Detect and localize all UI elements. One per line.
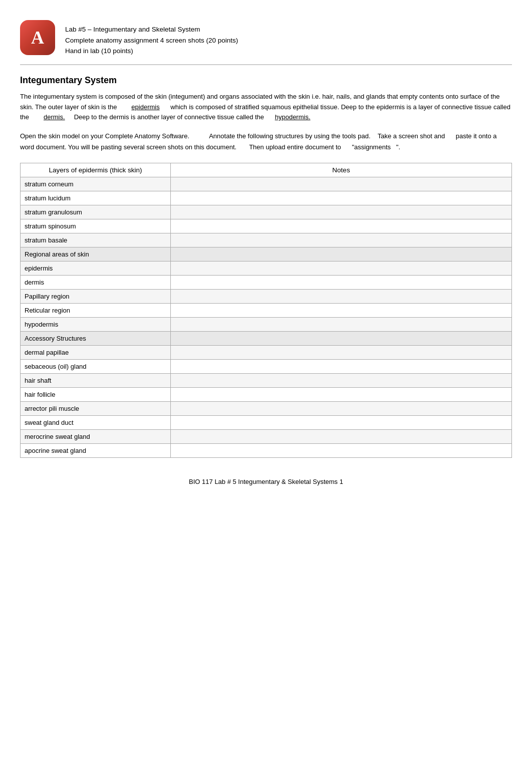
- table-row: apocrine sweat gland: [21, 444, 512, 458]
- table-row: sebaceous (oil) gland: [21, 360, 512, 374]
- table-cell-term: stratum corneum: [21, 177, 171, 191]
- table-row: Papillary region: [21, 290, 512, 304]
- table-cell-term: stratum spinosum: [21, 219, 171, 233]
- table-cell-term: stratum lucidum: [21, 191, 171, 205]
- table-cell-term: merocrine sweat gland: [21, 430, 171, 444]
- table-cell-notes: [171, 332, 512, 346]
- highlight-hypodermis: hypodermis.: [275, 113, 311, 121]
- table-cell-notes: [171, 374, 512, 388]
- table-cell-notes: [171, 276, 512, 290]
- table-cell-term: arrector pili muscle: [21, 402, 171, 416]
- table-cell-notes: [171, 360, 512, 374]
- table-cell-notes: [171, 388, 512, 402]
- table-cell-term: Reticular region: [21, 304, 171, 318]
- col-header-notes: Notes: [171, 163, 512, 177]
- table-cell-notes: [171, 177, 512, 191]
- table-cell-notes: [171, 430, 512, 444]
- header-line-1: Lab #5 – Integumentary and Skeletal Syst…: [65, 24, 238, 35]
- table-row: hypodermis: [21, 318, 512, 332]
- icon-letter: A: [31, 27, 44, 48]
- header-text: Lab #5 – Integumentary and Skeletal Syst…: [65, 20, 238, 57]
- header-line-2: Complete anatomy assignment 4 screen sho…: [65, 35, 238, 46]
- table-cell-term: Accessory Structures: [21, 332, 171, 346]
- table-cell-notes: [171, 318, 512, 332]
- table-row: Reticular region: [21, 304, 512, 318]
- table-cell-term: dermal papillae: [21, 346, 171, 360]
- table-row: Regional areas of skin: [21, 247, 512, 262]
- table-row: stratum lucidum: [21, 191, 512, 205]
- col-header-term: Layers of epidermis (thick skin): [21, 163, 171, 177]
- app-icon: A: [20, 20, 55, 55]
- table-cell-term: sweat gland duct: [21, 416, 171, 430]
- table-cell-notes: [171, 205, 512, 219]
- table-cell-term: Regional areas of skin: [21, 247, 171, 262]
- table-row: hair shaft: [21, 374, 512, 388]
- body-text-3: Deep to the dermis is another layer of c…: [74, 113, 264, 121]
- footer-text: BIO 117 Lab # 5 Integumentary & Skeletal…: [189, 478, 343, 485]
- anatomy-table: Layers of epidermis (thick skin) Notes s…: [20, 163, 512, 458]
- highlight-epidermis: epidermis: [131, 103, 159, 111]
- table-cell-notes: [171, 416, 512, 430]
- table-cell-notes: [171, 219, 512, 233]
- table-row: stratum basale: [21, 233, 512, 247]
- table-row: stratum granulosum: [21, 205, 512, 219]
- header: A Lab #5 – Integumentary and Skeletal Sy…: [20, 10, 512, 65]
- header-line-3: Hand in lab (10 points): [65, 46, 238, 57]
- table-row: dermis: [21, 276, 512, 290]
- table-cell-term: apocrine sweat gland: [21, 444, 171, 458]
- section-title: Integumentary System: [20, 75, 512, 86]
- table-cell-notes: [171, 444, 512, 458]
- table-cell-notes: [171, 233, 512, 247]
- table-cell-term: epidermis: [21, 262, 171, 276]
- table-cell-term: stratum granulosum: [21, 205, 171, 219]
- table-cell-term: sebaceous (oil) gland: [21, 360, 171, 374]
- table-cell-term: hair follicle: [21, 388, 171, 402]
- table-cell-term: Papillary region: [21, 290, 171, 304]
- table-row: merocrine sweat gland: [21, 430, 512, 444]
- table-row: stratum corneum: [21, 177, 512, 191]
- table-row: stratum spinosum: [21, 219, 512, 233]
- highlight-dermis: dermis.: [44, 113, 65, 121]
- table-row: sweat gland duct: [21, 416, 512, 430]
- table-header-row: Layers of epidermis (thick skin) Notes: [21, 163, 512, 177]
- table-cell-term: stratum basale: [21, 233, 171, 247]
- page-container: A Lab #5 – Integumentary and Skeletal Sy…: [0, 0, 532, 782]
- table-cell-notes: [171, 402, 512, 416]
- table-cell-notes: [171, 346, 512, 360]
- table-row: hair follicle: [21, 388, 512, 402]
- table-cell-notes: [171, 247, 512, 262]
- table-cell-notes: [171, 191, 512, 205]
- table-cell-term: hypodermis: [21, 318, 171, 332]
- table-cell-notes: [171, 262, 512, 276]
- body-paragraph: The integumentary system is composed of …: [20, 92, 512, 123]
- table-row: Accessory Structures: [21, 332, 512, 346]
- table-row: arrector pili muscle: [21, 402, 512, 416]
- table-row: dermal papillae: [21, 346, 512, 360]
- instruction-text: Open the skin model on your Complete Ana…: [20, 131, 512, 153]
- table-cell-notes: [171, 290, 512, 304]
- table-cell-notes: [171, 304, 512, 318]
- table-row: epidermis: [21, 262, 512, 276]
- table-cell-term: dermis: [21, 276, 171, 290]
- footer: BIO 117 Lab # 5 Integumentary & Skeletal…: [20, 473, 512, 485]
- table-cell-term: hair shaft: [21, 374, 171, 388]
